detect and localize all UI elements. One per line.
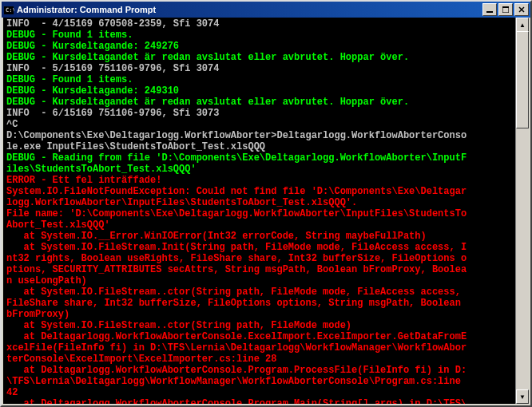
maximize-button[interactable] [498,3,513,16]
svg-rect-5 [502,6,509,8]
console-line: terConsole\ExcelImport\ExcelImporter.cs:… [6,354,529,365]
console-line: iles\StudentsToAbort_Test.xlsQQQ' [6,164,529,175]
scroll-down-button[interactable]: ▼ [516,389,529,404]
console-line: D:\Components\Exe\Deltagarlogg.WorkflowA… [6,130,529,141]
console-line: DEBUG - Reading from file 'D:\Components… [6,152,529,164]
console-line: File name: 'D:\Components\Exe\Deltagarlo… [6,208,529,219]
console-line: ^C [6,119,529,130]
console-line: FileShare share, Int32 bufferSize, FileO… [6,298,529,309]
svg-rect-1 [4,5,14,6]
console-line: System.IO.FileNotFoundException: Could n… [6,186,529,197]
console-line: \TFS\Lernia\Deltagarlogg\WorkflowManager… [6,376,529,387]
console-line: 42 [6,387,529,398]
console-output[interactable]: INFO - 4/15169 670508-2359, Sfi 3074DEBU… [3,18,529,404]
console-line: xcelFile(FileInfo fi) in D:\TFS\Lernia\D… [6,342,529,354]
console-line: bFromProxy) [6,309,529,320]
minimize-button[interactable] [482,3,497,16]
console-line: INFO - 5/15169 751106-9796, Sfi 3074 [6,63,529,74]
svg-text:C:\: C:\ [6,7,14,14]
scroll-up-button[interactable]: ▲ [516,18,529,32]
console-line: le.exe InputFiles\StudentsToAbort_Test.x… [6,141,529,152]
window-title: Administrator: Command Prompt [17,5,481,14]
close-button[interactable] [514,3,529,16]
titlebar[interactable]: C:\ Administrator: Command Prompt [2,2,530,18]
scrollbar[interactable]: ▲ ▼ [515,18,529,404]
cmd-icon: C:\ [3,4,14,15]
console-line: at System.IO.FileStream..ctor(String pat… [6,286,529,298]
console-line: DEBUG - Kursdeltagandet är redan avsluta… [6,52,529,63]
console-line: DEBUG - Found 1 items. [6,74,529,85]
console-line: ptions, SECURITY_ATTRIBUTES secAttrs, St… [6,264,529,275]
console-line: INFO - 6/15169 751106-9796, Sfi 3073 [6,108,529,119]
console-line: DEBUG - Kursdeltagande: 249276 [6,41,529,52]
console-line: DEBUG - Kursdeltagande: 249310 [6,85,529,97]
console-line: at Deltagarlogg.WorkflowAborterConsole.E… [6,331,529,342]
console-line: n useLongPath) [6,275,529,286]
console-line: INFO - 4/15169 670508-2359, Sfi 3074 [6,18,529,30]
console-line: Abort_Test.xlsQQQ' [6,219,529,231]
console-line: at Deltagarlogg.WorkflowAborterConsole.P… [6,365,529,376]
console-line: nt32 rights, Boolean useRights, FileShar… [6,253,529,264]
console-line: DEBUG - Kursdeltagandet är redan avsluta… [6,97,529,108]
console-line: at System.IO.FileStream.Init(String path… [6,242,529,253]
command-prompt-window: C:\ Administrator: Command Prompt INFO -… [0,0,532,407]
console-line: at Deltagarlogg.WorkflowAborterConsole.P… [6,398,529,404]
scroll-thumb[interactable] [516,31,529,128]
console-line: DEBUG - Found 1 items. [6,30,529,41]
console-line: at System.IO.__Error.WinIOError(Int32 er… [6,231,529,242]
console-line: ERROR - Ett fel inträffade! [6,175,529,186]
console-line: logg.WorkflowAborter\InputFiles\Students… [6,197,529,208]
console-line: at System.IO.FileStream..ctor(String pat… [6,320,529,331]
svg-rect-3 [486,11,493,13]
